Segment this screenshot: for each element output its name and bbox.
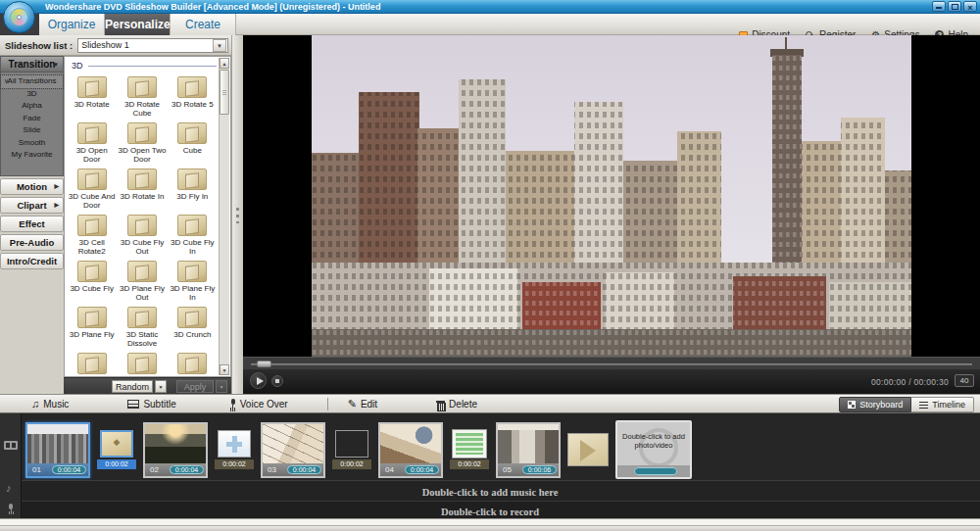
record-track[interactable]: Double-click to record: [0, 501, 980, 518]
transition-option[interactable]: 3D Rotate: [67, 76, 117, 118]
transition-option[interactable]: 3D Rotate Cube: [117, 76, 167, 118]
transition-filter-smooth[interactable]: Smooth: [1, 137, 63, 150]
panel-splitter[interactable]: [231, 35, 243, 394]
sidebar-item-preaudio[interactable]: Pre-Audio: [0, 234, 64, 251]
sidebar-item-effect[interactable]: Effect: [0, 216, 64, 232]
transition-filter-favorite[interactable]: My Favorite: [1, 149, 63, 162]
slide-thumbnail[interactable]: 040:00:04: [378, 422, 443, 478]
delete-button[interactable]: Delete: [436, 399, 477, 410]
scrollbar-thumb[interactable]: [220, 70, 229, 115]
transition-thumb: [177, 76, 207, 98]
transition-option[interactable]: 3D Open Two Door: [117, 122, 167, 164]
slideshow-list-select[interactable]: Slideshow 1 ▼: [77, 38, 228, 53]
transition-duration-badge: 0:00:02: [332, 459, 371, 469]
tab-create[interactable]: Create: [171, 14, 236, 35]
transition-filter-3d[interactable]: 3D: [1, 88, 63, 101]
transition-thumb: [218, 430, 251, 458]
scroll-down-icon[interactable]: ▼: [220, 364, 229, 375]
trash-icon: [436, 399, 445, 410]
subtitle-button[interactable]: Subtitle: [127, 399, 175, 410]
storyboard-view-button[interactable]: Storyboard: [839, 397, 911, 412]
transition-duration-badge: 0:00:02: [450, 459, 489, 469]
transition-option[interactable]: 3D Cube Fly: [67, 261, 117, 302]
timeline-view-button[interactable]: Timeline: [911, 397, 974, 412]
transition-option[interactable]: 3D Plane Fly Out: [117, 261, 167, 302]
slide-thumbnail[interactable]: 030:00:04: [261, 422, 325, 478]
transition-thumb: [127, 215, 157, 236]
transition-filter-slide[interactable]: Slide: [1, 124, 63, 137]
duration-badge: 0:00:04: [52, 465, 86, 474]
minimize-icon: [936, 7, 942, 9]
tab-organize[interactable]: Organize: [39, 14, 105, 35]
transition-option[interactable]: 3D Plane Fly In: [168, 261, 218, 302]
transition-option[interactable]: 3D Cell Rotate2: [67, 215, 117, 256]
transition-slot[interactable]: [567, 433, 609, 466]
slideshow-list-label: Slideshow list :: [5, 40, 73, 51]
transition-option[interactable]: 3D Fly In: [168, 169, 218, 210]
transition-option[interactable]: 3D Rotate 5: [168, 76, 218, 118]
restore-button[interactable]: [948, 1, 961, 12]
time-total: 00:00:30: [914, 377, 950, 387]
scroll-up-icon[interactable]: ▲: [220, 58, 229, 69]
bottom-scrollbar[interactable]: [0, 518, 980, 531]
time-current: 00:00:00: [871, 377, 906, 387]
transition-option[interactable]: 3D Cube Fly Out: [117, 215, 167, 256]
transition-option[interactable]: 3D Plane Fly: [67, 307, 117, 348]
transition-slot[interactable]: 0:00:02: [215, 430, 254, 469]
transition-option[interactable]: 3D Cube Fly In: [168, 215, 218, 256]
play-button[interactable]: [250, 372, 267, 389]
transition-filter-fade[interactable]: Fade: [1, 113, 63, 125]
transition-option[interactable]: Cube: [168, 122, 218, 164]
seek-bar[interactable]: [243, 357, 980, 369]
edit-button[interactable]: ✎ Edit: [348, 399, 377, 410]
stop-button[interactable]: [271, 375, 283, 387]
music-track[interactable]: Double-click to add music here: [0, 480, 980, 501]
transition-duration-badge: 0:00:02: [215, 459, 254, 469]
apply-button[interactable]: Apply: [176, 380, 214, 393]
random-dropdown-icon[interactable]: ▼: [155, 380, 167, 393]
transition-thumb: [177, 353, 207, 374]
transition-filter-all[interactable]: ∨All Transitions: [1, 75, 63, 88]
slide-thumbnail[interactable]: 020:00:04: [143, 422, 208, 478]
transition-option[interactable]: 3D Static Dissolve: [117, 307, 167, 348]
seek-handle[interactable]: [257, 361, 271, 367]
volume-button[interactable]: 40: [955, 374, 974, 387]
chevron-down-icon[interactable]: ▼: [213, 39, 226, 52]
sidebar-item-motion[interactable]: Motion▶: [0, 178, 64, 195]
tab-personalize[interactable]: Personalize: [105, 14, 171, 35]
transition-thumb: [177, 122, 207, 144]
random-button[interactable]: Random: [112, 380, 153, 393]
restore-icon: [952, 4, 958, 10]
transitions-scrollbar[interactable]: ▲ ▼: [219, 58, 229, 375]
sidebar-item-introcredit[interactable]: Intro/Credit: [0, 253, 64, 269]
slide-thumbnail[interactable]: 010:00:04: [25, 422, 90, 478]
minimize-button[interactable]: [932, 1, 946, 12]
transition-option[interactable]: 3D Open Door: [67, 122, 117, 164]
transition-option[interactable]: 3D Crunch: [168, 307, 218, 348]
transitions-group-header: 3D: [65, 57, 230, 72]
transition-option[interactable]: 3D Rotate In: [117, 169, 167, 210]
apply-dropdown-icon[interactable]: ▼: [216, 380, 227, 393]
sidebar-item-clipart[interactable]: Clipart▶: [0, 197, 64, 214]
transition-thumb: [77, 215, 107, 236]
storyboard-grid-icon: [848, 401, 856, 409]
transition-slot[interactable]: 0:00:02: [332, 430, 371, 469]
transition-filter-alpha[interactable]: Alpha: [1, 100, 63, 113]
group-rule: [88, 66, 217, 67]
close-button[interactable]: ×: [963, 1, 977, 12]
transition-slot[interactable]: 0:00:02: [97, 430, 136, 469]
app-logo[interactable]: [3, 1, 35, 33]
arrow-right-icon: ▶: [54, 179, 59, 194]
music-button[interactable]: ♫ Music: [31, 399, 69, 410]
transitions-grid: 3D Rotate 3D Rotate Cube 3D Rotate 5 3D …: [67, 76, 218, 374]
add-photo-placeholder[interactable]: Double-click to add photo/video: [615, 420, 692, 479]
transition-thumb: [77, 76, 107, 98]
transition-slot[interactable]: 0:00:02: [450, 430, 489, 469]
slide-thumbnail[interactable]: 050:00:06: [496, 422, 561, 478]
close-icon: ×: [964, 1, 976, 15]
chevron-down-icon: ▼: [53, 57, 59, 72]
voice-over-button[interactable]: Voice Over: [230, 399, 288, 410]
slideshow-list-value: Slideshow 1: [78, 40, 213, 50]
sidebar-item-transition[interactable]: Transition ▼: [0, 56, 64, 72]
transition-option[interactable]: 3D Cube And Door: [67, 169, 117, 210]
